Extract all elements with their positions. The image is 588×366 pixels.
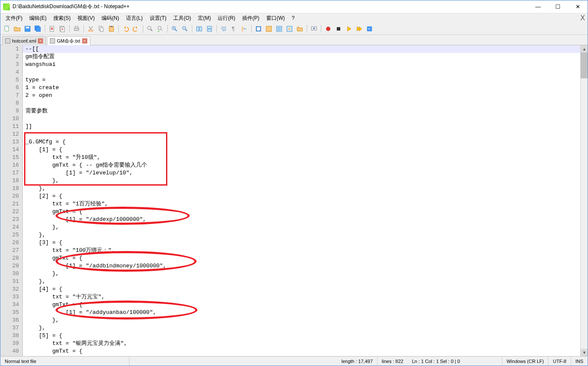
close-button[interactable]: ✕ [568, 0, 588, 13]
maximize-button[interactable]: ☐ [548, 0, 568, 13]
code-line[interactable]: txt = "十万元宝", [23, 293, 588, 301]
func-list-icon[interactable] [285, 24, 294, 34]
zoom-out-icon[interactable] [180, 24, 190, 34]
menu-macro[interactable]: 宏(M) [194, 14, 214, 23]
code-line[interactable]: gmTxt = { [23, 208, 588, 216]
menu-window[interactable]: 窗口(W) [263, 14, 288, 23]
lang-user-icon[interactable] [254, 24, 263, 34]
doc-map-icon[interactable] [264, 24, 274, 34]
cut-icon[interactable] [86, 24, 95, 34]
menu-view[interactable]: 视图(V) [74, 14, 98, 23]
code-line[interactable]: [5] = { [23, 332, 588, 340]
code-line[interactable]: }, [23, 270, 588, 278]
code-line[interactable]: gm指令配置 [23, 53, 588, 61]
tab-close-x-icon[interactable]: X [580, 14, 585, 22]
save-icon[interactable] [23, 24, 32, 34]
code-line[interactable]: }, [23, 278, 588, 285]
scroll-thumb[interactable] [581, 53, 588, 78]
tab-close-icon[interactable]: × [38, 38, 43, 43]
undo-icon[interactable] [121, 24, 130, 34]
show-all-chars-icon[interactable]: ¶ [229, 24, 239, 34]
menu-file[interactable]: 文件(F) [2, 14, 26, 23]
code-line[interactable]: wangshuai [23, 61, 588, 68]
zoom-in-icon[interactable] [170, 24, 179, 34]
menu-language[interactable]: 语言(L) [123, 14, 146, 23]
code-line[interactable]: [3] = { [23, 239, 588, 247]
code-line[interactable]: [4] = { [23, 285, 588, 293]
code-line[interactable]: txt = "100万绑元：", [23, 247, 588, 254]
monitor-icon[interactable] [309, 24, 319, 34]
code-line[interactable] [23, 68, 588, 76]
code-line[interactable]: 需要参数 [23, 107, 588, 115]
code-line[interactable]: }, [23, 231, 588, 239]
code-line[interactable]: txt = "1百万经验", [23, 200, 588, 208]
close-file-icon[interactable] [47, 24, 57, 34]
minimize-button[interactable]: — [528, 0, 548, 13]
play-macro-icon[interactable] [344, 24, 354, 34]
new-file-icon[interactable] [2, 24, 12, 34]
record-macro-icon[interactable] [323, 24, 333, 34]
menu-edit[interactable]: 编辑(E) [26, 14, 50, 23]
tab-gm-commands[interactable]: GM命令.txt × [47, 36, 90, 45]
scroll-down-icon[interactable]: ▼ [581, 349, 588, 356]
code-line[interactable]: [1] = "/addexp/1000000", [23, 216, 588, 223]
menu-help[interactable]: ? [288, 14, 298, 22]
code-line[interactable]: gmTxt = { [23, 347, 588, 355]
code-line[interactable]: }, [23, 185, 588, 192]
code-line[interactable] [23, 115, 588, 123]
indent-guide-icon[interactable] [240, 24, 249, 34]
paste-icon[interactable] [107, 24, 116, 34]
code-line[interactable]: txt = "升10级", [23, 154, 588, 161]
close-all-icon[interactable] [58, 24, 67, 34]
tab-hotconf[interactable]: hotconf.xml × [2, 36, 46, 45]
code-line[interactable]: 2 = open [23, 92, 588, 99]
sync-v-icon[interactable] [194, 24, 204, 34]
save-macro-icon[interactable] [365, 24, 374, 34]
code-line[interactable]: [1] = "/addyuanbao/100000", [23, 309, 588, 316]
code-line[interactable] [23, 99, 588, 107]
code-line[interactable]: gmTxt = { [23, 301, 588, 309]
doc-list-icon[interactable] [274, 24, 284, 34]
code-line[interactable]: }, [23, 223, 588, 231]
code-line[interactable]: _G.GMCfg = { [23, 138, 588, 146]
code-line[interactable]: ]] [23, 123, 588, 130]
find-icon[interactable] [145, 24, 155, 34]
menu-search[interactable]: 搜索(S) [50, 14, 74, 23]
code-line[interactable]: txt = "银两元宝灵力全满", [23, 340, 588, 347]
code-line[interactable]: [1] = "/addbindmoney/1000000", [23, 262, 588, 270]
menu-run[interactable]: 运行(R) [214, 14, 239, 23]
code-line[interactable]: [1] = "/levelup/10", [23, 169, 588, 177]
scroll-up-icon[interactable]: ▲ [581, 45, 588, 53]
sync-h-icon[interactable] [205, 24, 214, 34]
menu-settings[interactable]: 设置(T) [146, 14, 170, 23]
code-line[interactable]: gmTxt = { -- gm指令需要输入几个 [23, 161, 588, 169]
code-line[interactable]: --[[ [23, 45, 588, 53]
code-line[interactable]: gmTxt = { [23, 254, 588, 262]
code-line[interactable]: }, [23, 177, 588, 185]
svg-point-34 [326, 27, 330, 31]
code-line[interactable]: 1 = create [23, 84, 588, 92]
code-line[interactable]: [2] = { [23, 192, 588, 200]
print-icon[interactable] [72, 24, 81, 34]
menu-tools[interactable]: 工具(O) [170, 14, 194, 23]
save-all-icon[interactable] [33, 24, 43, 34]
vertical-scrollbar[interactable]: ▲ ▼ [580, 45, 588, 356]
menu-encoding[interactable]: 编码(N) [98, 14, 123, 23]
tab-close-icon[interactable]: × [82, 38, 87, 43]
copy-icon[interactable] [96, 24, 106, 34]
play-multi-icon[interactable] [354, 24, 364, 34]
word-wrap-icon[interactable] [219, 24, 228, 34]
code-line[interactable] [23, 130, 588, 138]
code-line[interactable]: type = [23, 76, 588, 84]
code-line[interactable]: }, [23, 324, 588, 332]
code-line[interactable]: }, [23, 316, 588, 324]
menu-plugins[interactable]: 插件(P) [239, 14, 263, 23]
editor[interactable]: 1234567891011121314151617181920212223242… [0, 45, 588, 356]
code-line[interactable]: [1] = { [23, 146, 588, 154]
redo-icon[interactable] [131, 24, 141, 34]
replace-icon[interactable] [156, 24, 165, 34]
folder-view-icon[interactable] [295, 24, 305, 34]
open-file-icon[interactable] [12, 24, 22, 34]
code-area[interactable]: --[[gm指令配置wangshuaitype =1 = create2 = o… [23, 45, 588, 356]
stop-macro-icon[interactable] [334, 24, 343, 34]
